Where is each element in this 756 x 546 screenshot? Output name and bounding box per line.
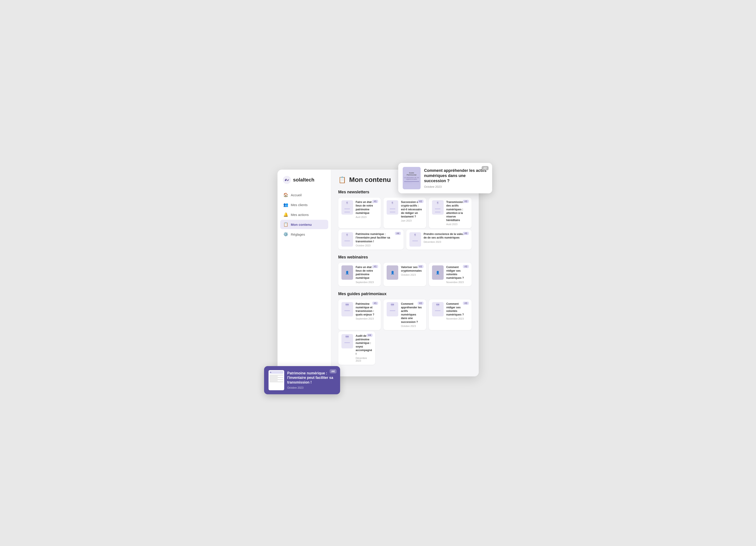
webinaire-badge-2: #2 (418, 265, 424, 268)
newsletter-date-2: Juin 2023 (401, 219, 423, 222)
newsletter-thumb-2: NL (387, 200, 398, 214)
webinaire-date-1: Septembre 2023 (356, 281, 378, 284)
guides-grid-row1: Guide Patrimoine numérique et transmissi… (338, 300, 472, 330)
sidebar-item-accueil[interactable]: 🏠 Accueil (280, 190, 328, 199)
floating-card-bottom[interactable]: NL Patrimoine numérique : l'inventaire p… (264, 366, 340, 394)
home-icon: 🏠 (283, 192, 288, 197)
sidebar-item-reglages[interactable]: ⚙️ Réglages (280, 229, 328, 239)
guide-thumb-4: Guide (341, 334, 353, 349)
newsletter-title-5: Prendre conscience de la valeur de de se… (424, 232, 468, 239)
webinaire-thumb-3: 👤 (432, 265, 444, 280)
webinaire-date-3: Novembre 2023 (446, 281, 468, 284)
webinaires-grid: 👤 Faire un état des lieux de votre patri… (338, 263, 472, 286)
guide-info-3: Comment rédiger ses volontés numériques … (446, 302, 468, 320)
guide-date-2: Octobre 2023 (401, 325, 423, 328)
newsletters-grid-row2: NL Patrimoine numérique : l'inventaire p… (338, 229, 472, 249)
newsletter-info-2: Succession et crypto-actifs : est-il néc… (401, 200, 423, 222)
guide-card-2[interactable]: Guide Comment appréhender les actifs num… (383, 300, 426, 330)
floating-card-top-content: Comment appréhender les actifs numérique… (424, 168, 488, 188)
newsletters-section: Mes newsletters NL Faire un état des (338, 190, 472, 249)
sidebar-logo: solaltech (277, 176, 331, 190)
newsletter-card-5[interactable]: NL Prendre conscience de la valeur de de… (406, 229, 472, 249)
webinaires-section: Mes webinaires 👤 Faire un état des lieux… (338, 255, 472, 286)
floating-card-top-date: Octobre 2023 (424, 185, 488, 188)
floating-card-top-thumbnail: Guide Patrimonial La valorisation de vos… (403, 167, 421, 189)
floating-card-bottom-badge: #4 (330, 369, 336, 374)
guide-info-1: Patrimoine numérique et transmission : q… (356, 302, 378, 320)
guide-title-2: Comment appréhender les actifs numérique… (401, 302, 423, 324)
content-icon: 📋 (283, 222, 288, 227)
page-header-icon: 📋 (338, 176, 346, 183)
guide-date-3: Novembre 2023 (446, 317, 468, 320)
guides-grid-row2: Guide Audit de son patrimoine numérique … (338, 332, 428, 365)
guide-card-4[interactable]: Guide Audit de son patrimoine numérique … (338, 332, 375, 365)
newsletter-thumb-3: NL (432, 200, 444, 214)
guide-card-1[interactable]: Guide Patrimoine numérique et transmissi… (338, 300, 381, 330)
newsletter-badge-2: #2 (418, 200, 424, 203)
webinaire-badge-3: #3 (463, 265, 469, 268)
newsletter-card-3[interactable]: NL Transmission des actifs numériques : … (429, 197, 472, 228)
webinaire-card-2[interactable]: 👤 Valoriser ses cryptomonnaies Octobre 2… (383, 263, 426, 286)
guide-info-2: Comment appréhender les actifs numérique… (401, 302, 423, 328)
webinaire-thumb-1: 👤 (341, 265, 353, 280)
webinaire-info-3: Comment rédiger ses volontés numériques … (446, 265, 468, 284)
guide-title-4: Audit de son patrimoine numérique : soye… (356, 334, 372, 356)
sidebar-item-clients[interactable]: 👥 Mes clients (280, 200, 328, 209)
guides-title: Mes guides patrimoniaux (338, 292, 472, 296)
page-title: Mon contenu (349, 176, 391, 183)
sidebar-item-contenu[interactable]: 📋 Mon contenu (280, 220, 328, 229)
newsletter-badge-3: #3 (463, 200, 469, 203)
guide-thumb-1: Guide (341, 302, 353, 317)
guide-thumb-2: Guide (387, 302, 398, 317)
floating-card-top-title: Comment appréhender les actifs numérique… (424, 168, 488, 184)
floating-card-top[interactable]: Guide Patrimonial La valorisation de vos… (398, 163, 492, 193)
newsletter-card-1[interactable]: NL Faire un état des lieux de votre patr… (338, 197, 381, 228)
newsletter-title-2: Succession et crypto-actifs : est-il néc… (401, 200, 423, 218)
guide-card-3[interactable]: Guide Comment rédiger ses volontés numér… (429, 300, 472, 330)
guide-date-4: Décembre 2023 (356, 357, 372, 362)
newsletter-info-3: Transmission des actifs numériques : att… (446, 200, 468, 225)
webinaire-date-2: Octobre 2023 (401, 274, 423, 276)
floating-card-bottom-date: Octobre 2023 (287, 386, 336, 389)
newsletter-title-3: Transmission des actifs numériques : att… (446, 200, 468, 222)
floating-card-bottom-content: Patrimoine numérique : l'inventaire peut… (287, 371, 336, 389)
newsletter-date-1: Avril 2023 (356, 216, 378, 218)
newsletter-title-4: Patrimoine numérique : l'inventaire peut… (356, 232, 400, 243)
newsletter-info-1: Faire un état des lieux de votre patrimo… (356, 200, 378, 218)
floating-card-top-badge: #2 (482, 166, 488, 170)
settings-icon: ⚙️ (283, 232, 288, 237)
webinaire-card-1[interactable]: 👤 Faire un état des lieux de votre patri… (338, 263, 381, 286)
clients-icon: 👥 (283, 202, 288, 207)
guide-date-1: Septembre 2023 (356, 317, 378, 320)
sidebar-item-actions[interactable]: 🔔 Mes actions (280, 210, 328, 219)
newsletter-thumb-5: NL (409, 232, 421, 246)
newsletter-card-4[interactable]: NL Patrimoine numérique : l'inventaire p… (338, 229, 404, 249)
webinaires-title: Mes webinaires (338, 255, 472, 259)
newsletter-info-5: Prendre conscience de la valeur de de se… (424, 232, 468, 243)
newsletter-date-3: Août 2023 (446, 223, 468, 225)
webinaire-thumb-2: 👤 (387, 265, 398, 280)
main-content: 📋 Mon contenu Mes newsletters NL (331, 170, 479, 376)
guide-thumb-3: Guide (432, 302, 444, 317)
bell-icon: 🔔 (283, 212, 288, 217)
sidebar-item-contenu-label: Mon contenu (291, 223, 312, 226)
newsletter-badge-1: #1 (372, 200, 378, 203)
webinaire-card-3[interactable]: 👤 Comment rédiger ses volontés numérique… (429, 263, 472, 286)
sidebar-item-clients-label: Mes clients (291, 203, 308, 207)
app-window: solaltech 🏠 Accueil 👥 Mes clients 🔔 Mes … (277, 170, 479, 376)
sidebar-item-accueil-label: Accueil (291, 193, 302, 197)
newsletter-info-4: Patrimoine numérique : l'inventaire peut… (356, 232, 400, 247)
guide-badge-3: #3 (463, 302, 469, 305)
guides-section: Mes guides patrimoniaux Guide Patrimoine… (338, 292, 472, 365)
webinaire-badge-1: #1 (372, 265, 378, 268)
newsletters-grid-row1: NL Faire un état des lieux de votre patr… (338, 197, 472, 228)
webinaire-info-1: Faire un état des lieux de votre patrimo… (356, 265, 378, 284)
svg-point-1 (285, 180, 286, 181)
newsletter-card-2[interactable]: NL Succession et crypto-actifs : est-il … (383, 197, 426, 228)
scene: Guide Patrimonial La valorisation de vos… (277, 170, 479, 376)
guide-badge-1: #1 (372, 302, 378, 305)
newsletter-date-4: Octobre 2023 (356, 244, 400, 247)
sidebar-logo-text: solaltech (293, 177, 314, 183)
floating-card-bottom-thumbnail: NL (269, 370, 284, 390)
guide-badge-4: #4 (367, 334, 373, 337)
